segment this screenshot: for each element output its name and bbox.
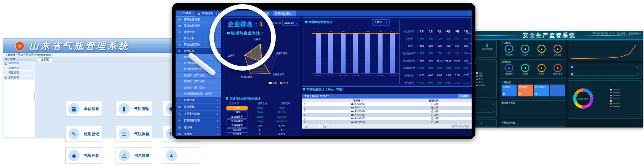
bar-chart: 100 100 100 [312,34,399,74]
export-button[interactable]: 导出数据 [458,94,470,98]
vehicle-row[interactable]: 2 鲁KA1117 已入网 [302,106,472,109]
sidebar-item-label: 系统管理 [184,30,194,34]
car-icon [351,111,354,112]
query-date: 查询日期 2022-07 ▼ [271,20,299,26]
home-menu-tab[interactable]: ⌂ 主菜单 [176,10,195,16]
metric-pill[interactable]: 平均疲劳 [226,132,248,136]
close-tab-icon[interactable]: × [292,12,294,15]
tab-main[interactable]: 主界面 [38,57,52,61]
sort-icon[interactable]: ⇅ [361,99,363,102]
date-dropdown[interactable]: 2022-07 ▼ [282,20,299,26]
invest-legend-text-bar [613,89,620,90]
row-number: 2 [302,107,309,109]
stat-label: 未完成 [539,53,544,56]
car-icon [351,118,354,119]
expand-plus-icon[interactable]: + [5,62,7,65]
page-size-select[interactable]: 10 ∨ [304,125,311,128]
today-stat: 1 安全隐患 [550,45,566,56]
extinguisher-icon: ◆ [68,150,80,161]
pagination-bar: 10 ∨ « ‹ 1 /1 › » 显示1到6,共6记录 [302,124,472,129]
chevron-down-icon: ∨ [217,119,218,122]
metric-pill[interactable]: 轨迹合格率 [226,119,248,123]
panel-safety-invest: 安全投入占比 [568,80,642,119]
expand-plus-icon[interactable]: + [5,72,7,74]
month-card[interactable]: 安全检查 0 [502,85,517,96]
first-page-button[interactable]: « [313,125,314,128]
prev-page-button[interactable]: ‹ [316,125,317,128]
expand-plus-icon[interactable]: + [5,67,7,69]
cell: 100 [426,37,435,40]
dropdown-arrow-icon: ▼ [386,21,387,23]
plate-cell: 鲁K96804 [309,110,407,113]
next-page-button[interactable]: › [327,125,328,128]
expand-plus-icon[interactable]: + [5,76,7,79]
chevron-down-icon[interactable]: ∨ [467,12,470,15]
invest-donut-chart: 安全投入占比 [573,88,593,109]
submenu-item[interactable]: 每日轨迹数据统计（测试） [176,91,221,97]
sidebar-bottom-group: ⚠ 报警管理 ∨ ▧ 整合运单 ∨ ◎ 主动安全防御 [176,97,221,137]
vehicle-row[interactable]: 1 鲁KA1909 已入网 [302,102,472,106]
vehicle-table-body: 1 鲁KA1909 已入网 2 鲁KA1117 [302,102,472,124]
sidebar-resize-handle[interactable]: ⋮ [34,93,36,100]
stat-ring: 1 [521,45,529,53]
cyan-square-icon [303,88,305,90]
invest-legend-swatch [610,97,612,99]
safety-supervision-window: 安全生产监管系统 2022年06月23日 16:12 后台管理 系统管理退出 0… [456,31,643,128]
invest-legend-swatch [610,92,612,93]
last-page-button[interactable]: » [330,125,331,128]
sidebar-menu-item[interactable]: + 基础信息 [3,66,35,71]
bar-group: 100 [316,34,321,73]
invest-legend-text-bar [613,92,620,93]
page-input[interactable]: 1 [319,125,324,128]
sidebar-item-icon: ▧ [178,106,182,108]
vehicle-row[interactable]: 5 鲁KA7005 已入网 [302,117,472,120]
sidebar-menu-item[interactable]: + 通知公告 [3,61,35,66]
metric-pill[interactable]: 超速次数 [226,128,248,132]
panel-divider [399,21,400,84]
month-card[interactable] [550,85,565,96]
metric-pill[interactable]: 数据合格率 [226,115,248,119]
vehicle-row[interactable]: 4 鲁KA7637 已入网 [302,113,472,117]
status-column-header[interactable]: 是否入网 ▲ [407,99,463,102]
logout-link[interactable]: 系统管理退出 [628,32,642,35]
region-value: 0.018 [271,133,292,136]
tab-network-assess[interactable]: 联网联控考核 × [273,10,296,16]
sidebar-item[interactable]: ▧ 整合运单 ∨ [176,104,221,111]
plate-column-header[interactable]: 车牌号 ⇅ [309,99,407,102]
vehicle-table-toolbar: 车辆入网明细 2022-07 导出数据 [302,94,472,99]
month-table-row: 平均疲劳 0.00 0.00 0.00 0.017 0.00 0.00 [401,79,471,86]
vehicle-row[interactable]: 6 鲁K56951 已入网 [302,120,472,124]
truck-icon: ▥ [198,12,200,15]
cell: 0.00 [444,74,453,77]
sidebar-item[interactable]: ⚠ 报警管理 ∨ [176,97,221,104]
sidebar-item[interactable]: ▨ 资料库 ∨ [176,131,221,136]
sort-asc-icon[interactable]: ▲ [439,100,441,102]
submenu-item[interactable]: 漂移统计(基于运政) [176,85,221,91]
metric-pill[interactable]: 车辆遮蔽率 [226,124,248,128]
month-table-row: 超速次数 0.00 0.00 0.00 0.00 0.00 0.00 [401,72,471,79]
row-metric: 超速次数 [401,74,417,77]
sidebar-item[interactable]: ◎ 主动安全防御 ∨ [176,111,221,118]
month-card[interactable]: 检查问题数 0 [518,85,533,96]
month-card[interactable]: 累计安全投入 0 [534,85,549,96]
sidebar-menu-item[interactable]: + 系统管理 [3,75,35,80]
bottom-count-2: 0 [481,121,482,124]
status-cell: 已入网 [407,121,463,124]
cell: 100 [444,37,453,40]
admin-link[interactable]: 后台管理 [617,32,626,35]
metric-dropdown[interactable]: 入网率 ▼ [372,19,390,26]
sidebar-menu-item[interactable]: + 气瓶管理 [3,71,35,75]
sidebar-item[interactable]: ⊗ 扩展服务管理 ∨ [176,117,221,124]
sidebar-item[interactable]: ▥ 通行码 ∨ [176,124,221,131]
vehicle-list-tab[interactable]: ▥ 车辆列表 [195,10,216,16]
metric-pill[interactable]: 上线率 [226,110,248,114]
plate-cell: 鲁K56951 [309,121,407,124]
legend-row: 优秀 [476,75,484,77]
stat-ring: 1 [505,45,513,53]
metric-pill[interactable]: 入网率 [226,106,248,110]
legend-swatch [476,75,478,77]
submenu-item[interactable]: 疲劳统计(基于运政) [176,79,221,85]
panel-today-work: 今日危险作业 [500,120,566,127]
chart-icon: ▲ [166,150,177,161]
vehicle-row[interactable]: 3 鲁K96804 已入网 [302,110,472,113]
